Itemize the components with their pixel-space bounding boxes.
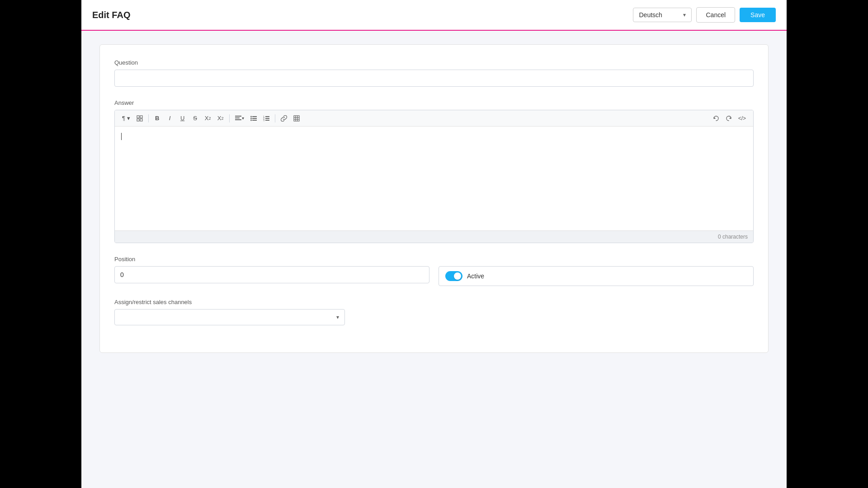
question-label: Question <box>114 59 754 66</box>
answer-field-group: Answer ¶ ▾ <box>114 99 754 243</box>
svg-rect-12 <box>252 120 257 121</box>
position-active-row: Active <box>114 266 754 286</box>
svg-point-7 <box>250 116 252 117</box>
svg-rect-16 <box>265 118 269 119</box>
page-header: Edit FAQ Deutsch ▾ Cancel Save <box>81 0 787 31</box>
char-count: 0 characters <box>718 234 748 240</box>
blocks-button[interactable] <box>134 113 146 123</box>
svg-rect-10 <box>252 118 257 119</box>
redo-button[interactable] <box>723 113 735 123</box>
redo-icon <box>726 115 732 122</box>
active-toggle[interactable] <box>445 271 462 281</box>
bullet-list-button[interactable] <box>248 114 259 123</box>
undo-icon <box>713 115 719 122</box>
editor-toolbar: ¶ ▾ <box>115 110 753 127</box>
answer-editor: ¶ ▾ <box>114 110 754 243</box>
sales-channels-dropdown[interactable]: ▾ <box>114 309 345 325</box>
active-label: Active <box>467 272 484 280</box>
chevron-down-icon: ▾ <box>683 12 686 18</box>
subscript-button[interactable]: X2 <box>215 113 226 123</box>
position-field <box>114 266 429 286</box>
link-icon <box>281 115 287 122</box>
svg-rect-6 <box>235 119 241 120</box>
position-label: Position <box>114 256 754 263</box>
answer-editor-body[interactable] <box>115 127 753 230</box>
cancel-button[interactable]: Cancel <box>696 7 735 23</box>
toolbar-right: </> <box>710 113 749 123</box>
underline-button[interactable]: U <box>177 113 189 123</box>
toolbar-divider-1 <box>148 114 149 122</box>
svg-rect-4 <box>235 116 241 117</box>
save-button[interactable]: Save <box>740 8 776 22</box>
superscript-button[interactable]: X2 <box>202 113 214 123</box>
sales-channels-label: Assign/restrict sales channels <box>114 299 754 305</box>
editor-footer: 0 characters <box>115 230 753 243</box>
undo-button[interactable] <box>710 113 722 123</box>
svg-rect-8 <box>252 116 257 117</box>
toolbar-divider-2 <box>229 114 230 122</box>
chevron-down-icon-2: ▾ <box>336 314 339 320</box>
align-button[interactable]: ▾ <box>232 114 247 123</box>
svg-rect-5 <box>235 117 240 118</box>
link-button[interactable] <box>278 113 290 123</box>
sales-channels-group: Assign/restrict sales channels ▾ <box>114 299 754 325</box>
blocks-icon <box>137 115 143 122</box>
position-input[interactable] <box>114 266 429 283</box>
main-content: Question Answer ¶ ▾ <box>81 31 787 488</box>
active-box: Active <box>439 266 754 286</box>
svg-rect-0 <box>137 116 139 118</box>
ordered-list-button[interactable]: 1. 2. 3. <box>260 114 272 123</box>
position-active-group: Position Active <box>114 256 754 286</box>
svg-rect-1 <box>140 116 142 118</box>
header-actions: Deutsch ▾ Cancel Save <box>633 7 776 23</box>
toggle-knob <box>454 272 461 280</box>
editor-cursor <box>121 133 122 140</box>
table-icon <box>293 115 300 122</box>
bullet-list-icon <box>250 116 257 121</box>
table-button[interactable] <box>291 113 302 123</box>
language-dropdown[interactable]: Deutsch ▾ <box>633 8 692 22</box>
svg-text:3.: 3. <box>263 119 265 121</box>
bold-button[interactable]: B <box>151 113 163 123</box>
svg-rect-3 <box>140 119 142 121</box>
toolbar-left: ¶ ▾ <box>119 113 302 123</box>
toggle-track[interactable] <box>445 271 462 281</box>
svg-rect-14 <box>265 116 269 117</box>
svg-rect-19 <box>294 116 299 121</box>
active-field: Active <box>439 266 754 286</box>
question-field-group: Question <box>114 59 754 87</box>
svg-rect-18 <box>265 120 269 121</box>
svg-rect-2 <box>137 119 139 121</box>
strikethrough-button[interactable]: S <box>189 113 201 123</box>
align-icon <box>235 116 241 121</box>
page-title: Edit FAQ <box>92 10 130 20</box>
code-button[interactable]: </> <box>736 113 749 123</box>
svg-point-9 <box>250 117 252 119</box>
form-card: Question Answer ¶ ▾ <box>99 44 769 353</box>
language-value: Deutsch <box>639 11 662 19</box>
paragraph-button[interactable]: ¶ ▾ <box>119 113 133 123</box>
answer-label: Answer <box>114 99 754 106</box>
svg-point-11 <box>250 119 252 121</box>
question-input[interactable] <box>114 70 754 87</box>
italic-button[interactable]: I <box>164 113 176 123</box>
ordered-list-icon: 1. 2. 3. <box>263 116 269 121</box>
toolbar-divider-3 <box>275 114 275 122</box>
